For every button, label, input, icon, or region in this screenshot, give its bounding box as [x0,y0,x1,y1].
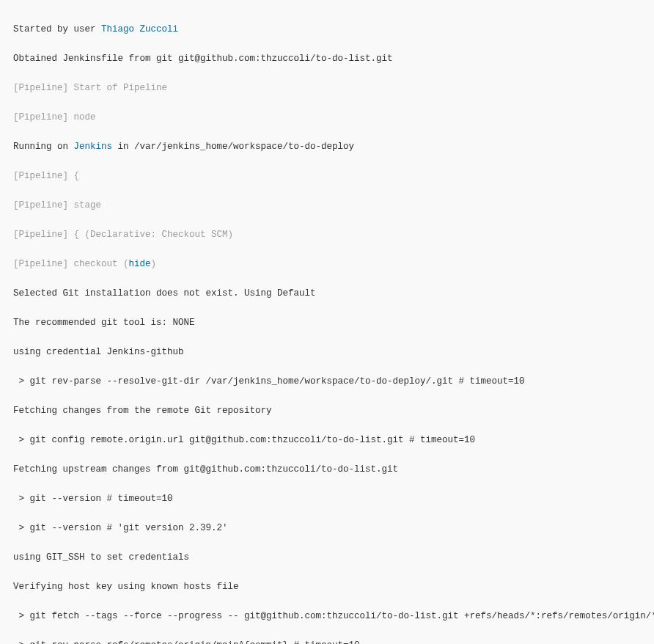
log-line: Running on Jenkins in /var/jenkins_home/… [13,139,641,154]
hide-link[interactable]: hide [129,259,151,269]
pipeline-line: [Pipeline] node [13,110,641,125]
log-line: Started by user Thiago Zuccoli [13,22,641,37]
log-line: Obtained Jenkinsfile from git git@github… [13,51,641,66]
text: Running on [13,142,74,152]
log-line: using credential Jenkins-github [13,345,641,359]
log-line: Fetching changes from the remote Git rep… [13,403,641,418]
log-line: > git rev-parse --resolve-git-dir /var/j… [13,374,641,389]
text: ( [118,259,129,269]
pipeline-line: [Pipeline] checkout (hide) [13,257,641,271]
log-line: Selected Git installation does not exist… [13,286,641,301]
log-line: > git fetch --tags --force --progress --… [13,609,641,623]
log-line: The recommended git tool is: NONE [13,315,641,330]
pipeline-line: [Pipeline] { (Declarative: Checkout SCM) [13,227,641,242]
pipeline-line: [Pipeline] { [13,169,641,183]
log-line: > git config remote.origin.url git@githu… [13,433,641,447]
log-line: > git --version # timeout=10 [13,491,641,506]
text: [Pipeline] checkout [13,259,118,269]
jenkins-node-link[interactable]: Jenkins [74,142,113,152]
pipeline-line: [Pipeline] stage [13,198,641,213]
text: Started by user [13,24,101,34]
console-output: Started by user Thiago Zuccoli Obtained … [0,0,654,644]
text: ) [151,259,157,269]
log-line: > git --version # 'git version 2.39.2' [13,521,641,535]
log-line: using GIT_SSH to set credentials [13,550,641,565]
log-line: Verifying host key using known hosts fil… [13,579,641,594]
log-line: Fetching upstream changes from git@githu… [13,462,641,477]
user-link[interactable]: Thiago Zuccoli [101,24,178,34]
text: in /var/jenkins_home/workspace/to-do-dep… [112,142,354,152]
log-line: > git rev-parse refs/remotes/origin/main… [13,638,641,644]
pipeline-line: [Pipeline] Start of Pipeline [13,81,641,95]
